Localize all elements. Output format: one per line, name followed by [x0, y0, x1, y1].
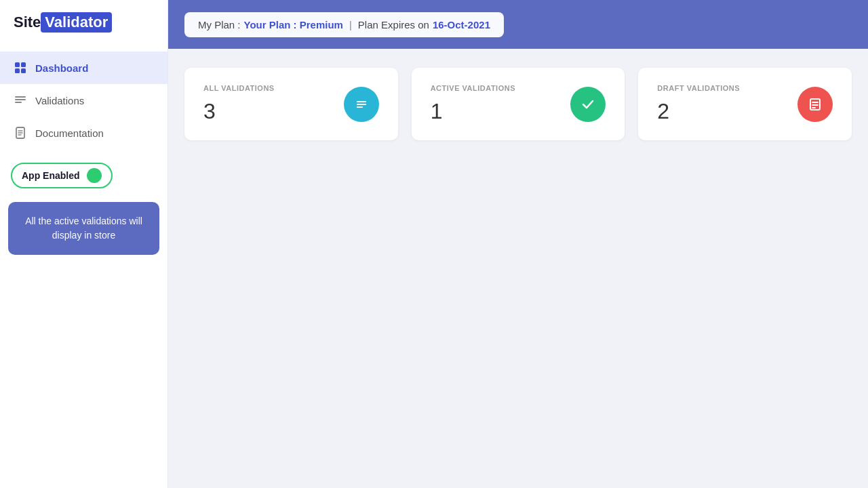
app-logo: SiteValidator — [14, 12, 154, 33]
all-validations-value: 3 — [203, 99, 275, 124]
main-content: My Plan : Your Plan : Premium | Plan Exp… — [168, 0, 868, 488]
all-validations-left: ALL VALIDATIONS 3 — [203, 84, 275, 124]
plan-expiry-date: 16-Oct-2021 — [433, 19, 490, 30]
plan-name: Your Plan : Premium — [244, 19, 343, 30]
sidebar: SiteValidator Dashboard — [0, 0, 168, 488]
draft-validations-left: DRAFT VALIDATIONS 2 — [657, 84, 740, 124]
plan-prefix: My Plan : — [198, 19, 241, 30]
logo-area: SiteValidator — [0, 0, 167, 45]
draft-validations-value: 2 — [657, 99, 740, 124]
active-validations-label: ACTIVE VALIDATIONS — [431, 84, 515, 92]
dashboard-icon — [14, 61, 27, 75]
toggle-circle — [87, 168, 102, 183]
plan-divider: | — [349, 19, 352, 30]
svg-rect-0 — [15, 62, 20, 67]
sidebar-item-dashboard[interactable]: Dashboard — [0, 52, 167, 84]
documentation-icon — [14, 126, 27, 140]
sidebar-item-validations-label: Validations — [35, 95, 84, 106]
all-validations-label: ALL VALIDATIONS — [203, 84, 275, 92]
svg-rect-3 — [21, 68, 26, 73]
sidebar-item-validations[interactable]: Validations — [0, 84, 167, 117]
app-enabled-label: App Enabled — [22, 170, 80, 181]
validations-icon — [14, 94, 27, 107]
sidebar-item-documentation[interactable]: Documentation — [0, 117, 167, 149]
info-box-text: All the active validations will display … — [25, 216, 142, 241]
logo-validator: Validator — [41, 12, 112, 33]
plan-banner: My Plan : Your Plan : Premium | Plan Exp… — [168, 0, 868, 49]
active-validations-card: ACTIVE VALIDATIONS 1 — [412, 68, 625, 140]
draft-validations-card: DRAFT VALIDATIONS 2 — [638, 68, 852, 140]
plan-expires-prefix: Plan Expires on — [358, 19, 429, 30]
svg-rect-1 — [21, 62, 26, 67]
draft-validations-icon — [797, 87, 833, 122]
sidebar-item-dashboard-label: Dashboard — [35, 62, 88, 74]
all-validations-card: ALL VALIDATIONS 3 — [184, 68, 398, 140]
sidebar-nav: Dashboard Validations — [0, 52, 167, 149]
plan-badge: My Plan : Your Plan : Premium | Plan Exp… — [184, 12, 504, 37]
app-enabled-toggle[interactable]: App Enabled — [11, 163, 113, 188]
cards-area: ALL VALIDATIONS 3 ACTIVE VALIDATIONS 1 — [168, 49, 868, 159]
svg-rect-2 — [15, 68, 20, 73]
active-validations-value: 1 — [431, 99, 515, 124]
logo-site: Site — [14, 14, 41, 31]
info-box: All the active validations will display … — [8, 202, 159, 255]
active-validations-icon — [570, 87, 606, 122]
active-validations-left: ACTIVE VALIDATIONS 1 — [431, 84, 515, 124]
draft-validations-label: DRAFT VALIDATIONS — [657, 84, 740, 92]
sidebar-item-documentation-label: Documentation — [35, 127, 104, 139]
all-validations-icon — [344, 87, 379, 122]
